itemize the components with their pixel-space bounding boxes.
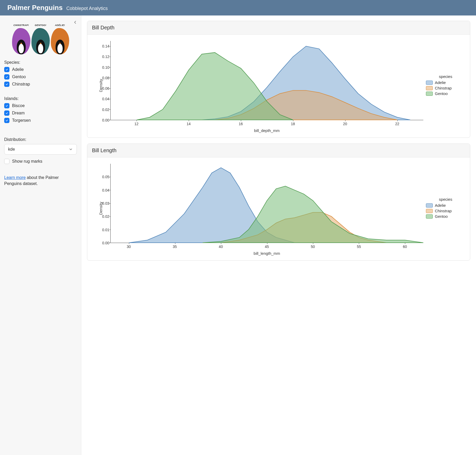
legend-swatch [426,203,433,208]
distribution-select-value: kde [8,147,15,152]
species-checkbox-adelie[interactable]: Adelie [4,67,77,72]
x-tick: 22 [395,122,399,126]
legend-swatch [426,92,433,96]
card-bill-length: Bill Length Densitybill_length_mm3035404… [87,144,470,261]
app-title: Palmer Penguins [7,4,63,12]
y-tick: 0.03 [102,201,109,205]
legend-label: Chinstrap [435,86,452,90]
learn-more-text: Learn more about the Palmer Penguins dat… [4,174,77,187]
y-tick: 0.02 [102,214,109,219]
x-tick: 45 [265,245,269,249]
x-tick: 12 [134,122,139,126]
y-tick: 0.05 [102,175,109,179]
x-tick: 35 [173,245,177,249]
checkbox-label: Gentoo [12,75,26,79]
plot-bill-depth: Densitybill_depth_mm1214161820220.000.02… [92,38,465,133]
legend-swatch [426,86,433,90]
x-tick: 50 [311,245,315,249]
y-tick: 0.01 [102,228,109,232]
legend-label: Adelie [435,80,446,85]
x-tick: 16 [239,122,243,126]
rug-checkbox[interactable]: Show rug marks [4,159,77,164]
checkbox-box [4,103,9,108]
checkbox-label: Biscoe [12,103,25,108]
checkbox-box [4,67,9,72]
legend-item-gentoo: Gentoo [426,214,465,219]
learn-more-link[interactable]: Learn more [4,175,26,180]
distribution-select[interactable]: kde [4,144,77,155]
x-axis-label: bill_length_mm [110,251,423,256]
x-tick: 55 [357,245,361,249]
x-tick: 18 [291,122,295,126]
legend-item-chinstrap: Chinstrap [426,86,465,90]
checkbox-label: Dream [12,111,25,115]
distribution-label: Distribution: [4,137,77,142]
legend-label: Adelie [435,203,446,208]
x-tick: 20 [343,122,347,126]
legend-item-gentoo: Gentoo [426,91,465,96]
legend-label: Gentoo [435,91,448,96]
card-title-depth: Bill Depth [87,21,470,35]
card-bill-depth: Bill Depth Densitybill_depth_mm121416182… [87,21,470,138]
legend-title: species [426,74,465,79]
checkbox-box [4,159,9,164]
legend: speciesAdelieChinstrapGentoo [426,74,465,97]
app-subtitle: Cobblepot Analytics [66,6,108,11]
y-tick: 0.12 [102,55,109,59]
island-checkbox-dream[interactable]: Dream [4,110,77,116]
chevron-left-icon [73,20,77,24]
legend-label: Chinstrap [435,209,452,213]
logo-label-chinstrap: CHINSTRAP! [12,24,30,27]
x-axis-label: bill_depth_mm [110,128,423,133]
card-title-length: Bill Length [87,144,470,157]
y-tick: 0.14 [102,44,109,48]
island-checkbox-biscoe[interactable]: Biscoe [4,103,77,108]
app-header: Palmer Penguins Cobblepot Analytics [0,0,476,15]
sidebar-collapse-button[interactable] [72,19,78,25]
checkbox-label: Torgersen [12,118,31,123]
sidebar: CHINSTRAP! GENTOO! ADÉLIE! Species: Adel… [0,15,81,455]
x-tick: 60 [403,245,407,249]
legend-title: species [426,197,465,202]
checkbox-box [4,118,9,123]
y-tick: 0.06 [102,86,109,91]
legend-item-adelie: Adelie [426,203,465,208]
island-checkbox-torgersen[interactable]: Torgersen [4,118,77,123]
legend-item-adelie: Adelie [426,80,465,85]
species-checkbox-gentoo[interactable]: Gentoo [4,74,77,80]
main-content: Bill Depth Densitybill_depth_mm121416182… [81,15,476,455]
y-tick: 0.00 [102,241,109,245]
legend: speciesAdelieChinstrapGentoo [426,197,465,220]
x-tick: 30 [127,245,131,249]
chevron-down-icon [69,147,73,151]
legend-label: Gentoo [435,214,448,219]
checkbox-box [4,74,9,80]
y-tick: 0.04 [102,188,109,192]
legend-item-chinstrap: Chinstrap [426,209,465,213]
species-checkbox-chinstrap[interactable]: Chinstrap [4,82,77,87]
y-tick: 0.00 [102,118,109,122]
y-tick: 0.10 [102,65,109,70]
logo-label-gentoo: GENTOO! [31,24,50,27]
logo-label-adelie: ADÉLIE! [51,24,69,27]
legend-swatch [426,214,433,219]
checkbox-label: Chinstrap [12,82,30,87]
y-tick: 0.04 [102,97,109,101]
y-tick: 0.02 [102,108,109,112]
checkbox-label: Adelie [12,67,24,72]
legend-swatch [426,81,433,85]
islands-group-label: Islands: [4,96,77,101]
checkbox-box [4,82,9,87]
x-tick: 14 [187,122,191,126]
penguin-logo: CHINSTRAP! GENTOO! ADÉLIE! [12,20,69,54]
plot-bill-length: Densitybill_length_mm303540455055600.000… [92,161,465,256]
species-group-label: Species: [4,60,77,65]
y-tick: 0.08 [102,76,109,80]
legend-swatch [426,209,433,213]
x-tick: 40 [219,245,223,249]
checkbox-box [4,110,9,116]
rug-checkbox-label: Show rug marks [12,159,42,164]
